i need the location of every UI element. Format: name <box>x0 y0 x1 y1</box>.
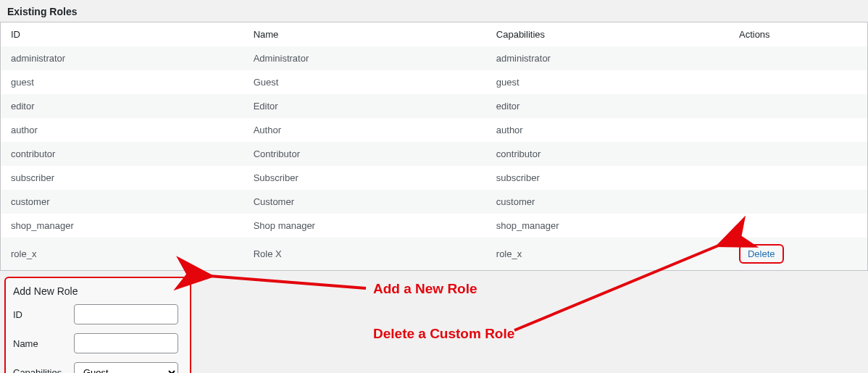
roles-table: ID Name Capabilities Actions administrat… <box>0 22 868 271</box>
col-header-name[interactable]: Name <box>243 22 486 47</box>
cell-actions <box>729 166 868 190</box>
cell-capabilities: subscriber <box>486 166 729 190</box>
cell-actions: Delete <box>729 238 868 271</box>
cell-capabilities: contributor <box>486 142 729 166</box>
cell-id: author <box>1 118 243 142</box>
cell-id: customer <box>1 190 243 214</box>
cell-capabilities: administrator <box>486 46 729 70</box>
add-box-title: Add New Role <box>13 285 183 297</box>
capabilities-label: Capabilities <box>13 367 74 374</box>
name-label: Name <box>13 338 74 349</box>
arrow-to-add-box <box>209 276 366 288</box>
capabilities-select[interactable]: Guest <box>74 362 178 373</box>
section-title: Existing Roles <box>7 6 861 17</box>
name-input[interactable] <box>74 333 178 353</box>
table-row: administratorAdministratoradministrator <box>1 46 868 70</box>
cell-name: Author <box>243 118 486 142</box>
cell-name: Shop manager <box>243 214 486 238</box>
id-input[interactable] <box>74 304 178 324</box>
cell-capabilities: role_x <box>486 238 729 271</box>
cell-id: editor <box>1 94 243 118</box>
table-row: editorEditoreditor <box>1 94 868 118</box>
delete-highlight: Delete <box>739 244 784 264</box>
cell-capabilities: editor <box>486 94 729 118</box>
cell-actions <box>729 94 868 118</box>
table-row: authorAuthorauthor <box>1 118 868 142</box>
cell-id: administrator <box>1 46 243 70</box>
cell-name: Subscriber <box>243 166 486 190</box>
cell-name: Administrator <box>243 46 486 70</box>
cell-actions <box>729 70 868 94</box>
table-header-row: ID Name Capabilities Actions <box>1 22 868 47</box>
table-row: guestGuestguest <box>1 70 868 94</box>
cell-name: Role X <box>243 238 486 271</box>
cell-id: role_x <box>1 238 243 271</box>
col-header-capabilities[interactable]: Capabilities <box>486 22 729 47</box>
table-row: contributorContributorcontributor <box>1 142 868 166</box>
table-row: role_xRole Xrole_xDelete <box>1 238 868 271</box>
annotation-delete-text: Delete a Custom Role <box>373 326 514 342</box>
table-row: shop_managerShop managershop_manager <box>1 214 868 238</box>
cell-capabilities: shop_manager <box>486 214 729 238</box>
id-label: ID <box>13 309 74 320</box>
cell-capabilities: customer <box>486 190 729 214</box>
cell-id: guest <box>1 70 243 94</box>
cell-actions <box>729 46 868 70</box>
cell-name: Editor <box>243 94 486 118</box>
cell-capabilities: author <box>486 118 729 142</box>
cell-name: Customer <box>243 190 486 214</box>
cell-id: shop_manager <box>1 214 243 238</box>
cell-capabilities: guest <box>486 70 729 94</box>
cell-name: Guest <box>243 70 486 94</box>
table-row: subscriberSubscribersubscriber <box>1 166 868 190</box>
cell-id: contributor <box>1 142 243 166</box>
cell-name: Contributor <box>243 142 486 166</box>
cell-actions <box>729 142 868 166</box>
delete-link[interactable]: Delete <box>748 248 775 259</box>
cell-actions <box>729 118 868 142</box>
cell-id: subscriber <box>1 166 243 190</box>
add-new-role-box: Add New Role ID Name Capabilities Guest … <box>4 277 191 373</box>
cell-actions <box>729 190 868 214</box>
annotation-add-text: Add a New Role <box>373 281 477 297</box>
col-header-actions: Actions <box>729 22 868 47</box>
table-row: customerCustomercustomer <box>1 190 868 214</box>
col-header-id[interactable]: ID <box>1 22 243 47</box>
cell-actions <box>729 214 868 238</box>
